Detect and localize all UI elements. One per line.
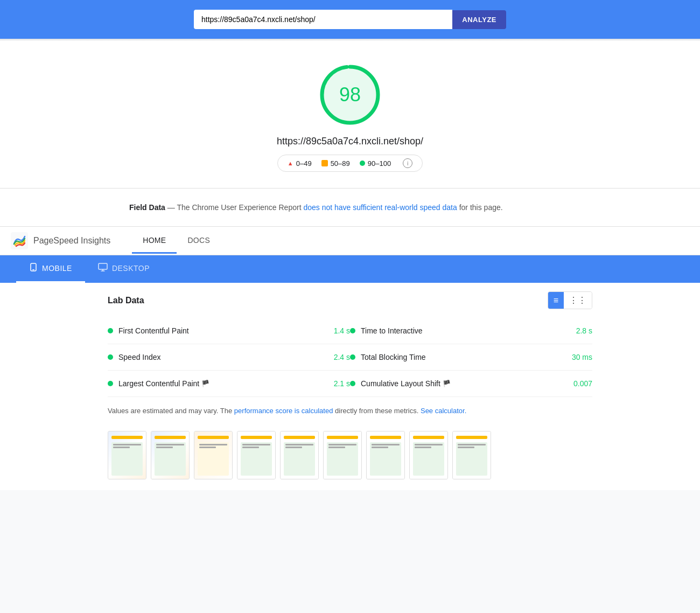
cls-value: 0.007 <box>573 379 592 388</box>
lcp-value: 2.1 s <box>334 379 350 388</box>
score-circle: 98 <box>318 62 382 127</box>
thumbnail-3[interactable] <box>194 431 233 479</box>
thumbnail-9[interactable] <box>452 431 491 479</box>
url-input[interactable] <box>194 10 452 29</box>
legend-orange-label: 50–89 <box>331 159 350 168</box>
legend-green-label: 90–100 <box>368 159 391 168</box>
green-circle-icon <box>360 161 365 166</box>
psi-logo: PageSpeed Insights <box>11 227 121 255</box>
red-triangle-icon: ▲ <box>288 160 293 166</box>
legend-info-icon[interactable]: i <box>403 158 412 168</box>
thumbnail-2[interactable] <box>151 431 190 479</box>
lcp-name: Largest Contentful Paint 🏴 <box>118 379 328 388</box>
view-toggle: ≡ ⋮⋮ <box>548 291 592 309</box>
lab-data-title: Lab Data <box>108 296 144 305</box>
analyze-button[interactable]: ANALYZE <box>452 10 506 29</box>
thumbnails-section <box>0 426 700 490</box>
psi-logo-icon <box>11 232 28 249</box>
cls-flag-icon: 🏴 <box>443 380 451 387</box>
desktop-icon <box>98 263 108 274</box>
thumbnail-4[interactable] <box>237 431 276 479</box>
score-value: 98 <box>339 83 361 106</box>
legend-red: ▲ 0–49 <box>288 159 312 168</box>
metric-si: Speed Index 2.4 s <box>108 344 350 371</box>
list-view-button[interactable]: ≡ <box>548 292 564 309</box>
note-prefix: Values are estimated and may vary. The <box>108 407 232 415</box>
mobile-icon <box>29 263 38 274</box>
psi-logo-text: PageSpeed Insights <box>33 236 110 246</box>
note-suffix: directly from these metrics. <box>335 407 418 415</box>
legend-green: 90–100 <box>360 159 391 168</box>
legend-orange: 50–89 <box>321 159 350 168</box>
metric-lcp: Largest Contentful Paint 🏴 2.1 s <box>108 371 350 397</box>
score-url: https://89c5a0a7c4.nxcli.net/shop/ <box>277 136 423 147</box>
tab-home[interactable]: HOME <box>132 228 177 254</box>
thumbnail-7[interactable] <box>366 431 405 479</box>
field-data-dash: — The Chrome User Experience Report <box>167 203 304 212</box>
field-data-label: Field Data <box>129 203 165 212</box>
cls-dot <box>350 381 355 386</box>
metric-tti: Time to Interactive 2.8 s <box>350 318 592 344</box>
metrics-grid: First Contentful Paint 1.4 s Time to Int… <box>0 318 700 397</box>
fcp-value: 1.4 s <box>334 326 350 335</box>
metric-tbt: Total Blocking Time 30 ms <box>350 344 592 371</box>
svg-rect-4 <box>32 269 34 270</box>
si-name: Speed Index <box>118 353 328 361</box>
tbt-name: Total Blocking Time <box>361 353 566 361</box>
field-data-section: Field Data — The Chrome User Experience … <box>0 189 700 226</box>
metric-cls: Cumulative Layout Shift 🏴 0.007 <box>350 371 592 397</box>
desktop-button[interactable]: DESKTOP <box>85 255 163 283</box>
metrics-note: Values are estimated and may vary. The p… <box>0 397 700 426</box>
thumbnail-8[interactable] <box>409 431 448 479</box>
score-legend: ▲ 0–49 50–89 90–100 i <box>277 155 423 172</box>
tti-value: 2.8 s <box>576 326 592 335</box>
thumbnail-6[interactable] <box>323 431 362 479</box>
tbt-dot <box>350 354 355 360</box>
note-calc-link[interactable]: performance score is calculated <box>234 407 333 415</box>
score-section: 98 https://89c5a0a7c4.nxcli.net/shop/ ▲ … <box>0 41 700 188</box>
field-data-suffix: for this page. <box>459 203 503 212</box>
lab-data-header: Lab Data ≡ ⋮⋮ <box>0 283 700 318</box>
tti-name: Time to Interactive <box>361 326 571 335</box>
tti-dot <box>350 328 355 333</box>
field-data-link[interactable]: does not have sufficient real-world spee… <box>303 203 457 212</box>
legend-red-label: 0–49 <box>296 159 312 168</box>
orange-square-icon <box>321 160 328 166</box>
mobile-label: MOBILE <box>42 264 72 273</box>
lcp-dot <box>108 381 113 386</box>
lcp-flag-icon: 🏴 <box>201 380 209 387</box>
device-bar: MOBILE DESKTOP <box>0 255 700 283</box>
fcp-dot <box>108 328 113 333</box>
desktop-label: DESKTOP <box>112 264 150 273</box>
tab-docs[interactable]: DOCS <box>177 228 221 254</box>
tbt-value: 30 ms <box>572 353 592 361</box>
note-see-calc-link[interactable]: See calculator. <box>421 407 466 415</box>
si-dot <box>108 354 113 360</box>
url-bar: ANALYZE <box>194 10 506 29</box>
metric-fcp: First Contentful Paint 1.4 s <box>108 318 350 344</box>
si-value: 2.4 s <box>334 353 350 361</box>
cls-name: Cumulative Layout Shift 🏴 <box>361 379 568 388</box>
thumbnail-5[interactable] <box>280 431 319 479</box>
thumbnail-1[interactable] <box>108 431 146 479</box>
svg-rect-5 <box>99 263 107 269</box>
header: ANALYZE <box>0 0 700 39</box>
fcp-name: First Contentful Paint <box>118 326 328 335</box>
grid-view-button[interactable]: ⋮⋮ <box>564 292 592 309</box>
mobile-button[interactable]: MOBILE <box>16 255 85 283</box>
psi-nav: PageSpeed Insights HOME DOCS <box>0 227 700 255</box>
